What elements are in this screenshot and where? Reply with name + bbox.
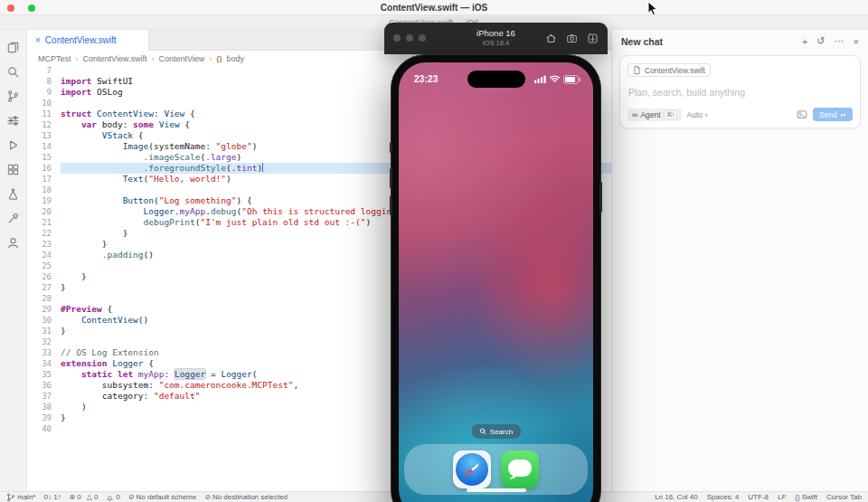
line-number: 20 (28, 206, 61, 217)
attach-image-icon[interactable] (797, 109, 807, 120)
close-window-icon[interactable] (393, 34, 401, 42)
line-number: 28 (28, 293, 61, 304)
agent-shortcut: ⌘I (664, 110, 677, 119)
editor-tab[interactable]: × ContentView.swift (28, 30, 149, 51)
testing-flask-icon[interactable] (6, 187, 21, 201)
line-number: 40 (28, 423, 61, 434)
breadcrumb-symbol[interactable]: body (227, 54, 245, 63)
simulator-titlebar[interactable]: iPhone 16 iOS 18.4 (384, 23, 608, 54)
home-button-icon[interactable] (545, 33, 557, 44)
safari-app-icon[interactable] (453, 450, 491, 488)
cursor-tab-status[interactable]: Cursor Tab (826, 493, 862, 501)
git-branch-icon (6, 493, 15, 502)
text-caret (262, 163, 263, 172)
notifications-status[interactable]: 0 (106, 493, 119, 502)
context-chip-label: ContentView.swift (645, 66, 705, 75)
new-chat-icon[interactable]: + (802, 36, 807, 47)
screenshot-icon[interactable] (566, 33, 578, 44)
scheme-label: No default scheme (137, 493, 197, 501)
search-icon[interactable] (6, 65, 21, 79)
more-options-icon[interactable]: ⋯ (835, 35, 844, 47)
iphone-device: 23:23 Search (391, 54, 601, 502)
line-number: 37 (28, 391, 61, 402)
line-number: 18 (28, 185, 61, 195)
breadcrumb-file[interactable]: ContentView.swift (83, 54, 147, 63)
line-number: 10 (28, 98, 61, 109)
problems-status[interactable]: ⊗ 0 △ 0 (70, 493, 99, 501)
line-number: 36 (28, 380, 61, 391)
save-output-icon[interactable] (587, 33, 599, 44)
chat-controls: ∞ Agent ⌘I Auto ∨ Send ↵ (627, 108, 853, 121)
home-indicator[interactable] (467, 488, 526, 492)
zoom-window-icon[interactable] (419, 34, 426, 42)
git-branch-status[interactable]: main* (6, 493, 35, 502)
menubar-title: ContentView.swift — iOS (0, 3, 868, 13)
line-number: 16 (28, 163, 61, 174)
agent-label: Agent (640, 110, 660, 119)
spotlight-search-pill[interactable]: Search (471, 424, 521, 439)
chat-header: New chat + ↺ ⋯ × (612, 30, 868, 52)
line-number: 17 (28, 174, 61, 185)
mouse-cursor-icon (647, 1, 658, 16)
volume-down-button (390, 195, 392, 215)
language-status[interactable]: {} Swift (795, 493, 817, 501)
send-button[interactable]: Send ↵ (813, 108, 853, 121)
line-number: 13 (28, 130, 61, 141)
breadcrumb-type[interactable]: ContentView (158, 54, 204, 63)
chevron-right-icon: › (151, 54, 154, 63)
close-panel-icon[interactable]: × (854, 36, 859, 47)
warnings-count: 0 (94, 493, 98, 501)
chevron-down-icon: ∨ (704, 111, 708, 118)
chat-input-card[interactable]: ContentView.swift Plan, search, build an… (619, 55, 861, 128)
minimize-window-icon[interactable] (406, 34, 413, 42)
history-icon[interactable]: ↺ (816, 35, 825, 47)
encoding-status[interactable]: UTF-8 (748, 493, 769, 501)
statusbar-right: Ln 16, Col 40 Spaces: 4 UTF-8 LF {} Swif… (655, 493, 862, 501)
errors-icon: ⊗ (70, 493, 76, 501)
tab-close-icon[interactable]: × (35, 35, 41, 45)
context-chip[interactable]: ContentView.swift (627, 63, 711, 77)
blocked-icon: ⊘ (128, 493, 135, 501)
source-control-icon[interactable] (6, 90, 21, 103)
destination-label: No destination selected (212, 493, 288, 501)
explorer-icon[interactable] (6, 41, 21, 54)
line-number: 32 (28, 336, 61, 347)
messages-app-icon[interactable] (501, 450, 539, 488)
model-selector[interactable]: Auto ∨ (687, 110, 709, 119)
line-number: 24 (28, 250, 61, 260)
run-debug-icon[interactable] (6, 138, 21, 152)
eol-status[interactable]: LF (778, 493, 786, 501)
breadcrumb-project[interactable]: MCPTest (38, 54, 71, 63)
destination-status[interactable]: ⊘ No destination selected (204, 493, 288, 501)
indentation-status[interactable]: Spaces: 4 (707, 493, 740, 501)
power-button (599, 182, 602, 213)
iphone-screen[interactable]: 23:23 Search (399, 62, 593, 502)
line-number: 19 (28, 195, 61, 206)
scheme-status[interactable]: ⊘ No default scheme (128, 493, 196, 501)
chat-title: New chat (621, 36, 793, 47)
phone-status-icons (534, 75, 581, 84)
line-number: 34 (28, 358, 61, 369)
dynamic-island (467, 71, 525, 88)
line-number: 12 (28, 119, 61, 130)
language-label: Swift (802, 493, 817, 501)
agent-mode-selector[interactable]: ∞ Agent ⌘I (627, 109, 682, 121)
errors-count: 0 (77, 493, 80, 501)
line-number: 26 (28, 271, 61, 282)
account-icon[interactable] (6, 236, 21, 250)
chevron-right-icon: › (209, 54, 212, 63)
phone-dock (404, 444, 588, 495)
line-number: 33 (28, 347, 61, 358)
line-number: 31 (28, 326, 61, 336)
extensions-icon[interactable] (6, 163, 21, 176)
chat-input-placeholder[interactable]: Plan, search, build anything (628, 87, 852, 98)
sync-status[interactable]: 0↓ 1↑ (43, 493, 61, 501)
sync-counts: 0↓ 1↑ (43, 493, 61, 501)
activity-bar (0, 30, 27, 491)
cursor-position-status[interactable]: Ln 16, Col 40 (655, 493, 698, 501)
braces-icon: {} (795, 493, 799, 501)
tools-icon[interactable] (6, 212, 21, 225)
line-number: 7 (28, 65, 61, 76)
settings-sliders-icon[interactable] (6, 114, 21, 128)
line-number: 38 (28, 402, 61, 412)
